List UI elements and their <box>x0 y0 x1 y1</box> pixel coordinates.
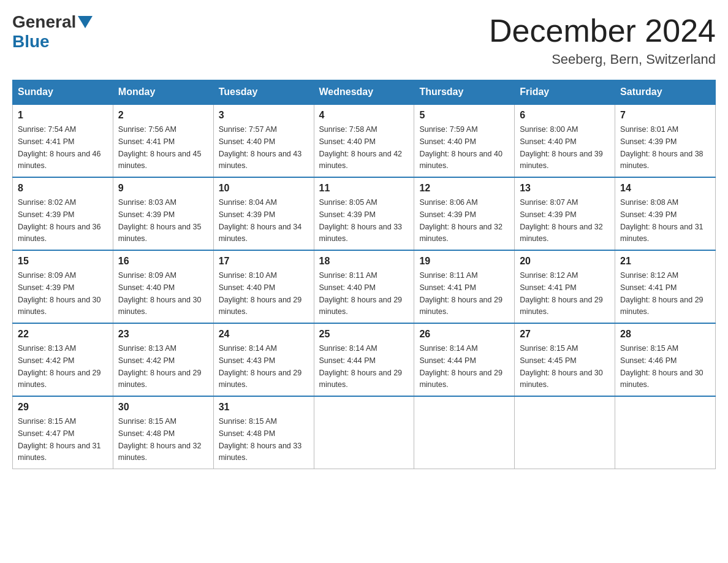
day-info: Sunrise: 8:00 AMSunset: 4:40 PMDaylight:… <box>520 125 603 170</box>
day-number: 20 <box>520 256 610 267</box>
location-subtitle: Seeberg, Bern, Switzerland <box>489 52 716 67</box>
day-info: Sunrise: 8:04 AMSunset: 4:39 PMDaylight:… <box>219 198 302 243</box>
logo: General Blue <box>12 12 94 52</box>
title-block: December 2024 Seeberg, Bern, Switzerland <box>489 12 716 67</box>
day-number: 2 <box>118 110 208 121</box>
day-info: Sunrise: 8:10 AMSunset: 4:40 PMDaylight:… <box>219 271 302 316</box>
calendar-day-cell: 26 Sunrise: 8:14 AMSunset: 4:44 PMDaylig… <box>414 323 515 396</box>
calendar-day-cell: 4 Sunrise: 7:58 AMSunset: 4:40 PMDayligh… <box>314 104 414 177</box>
calendar-day-cell: 23 Sunrise: 8:13 AMSunset: 4:42 PMDaylig… <box>113 323 213 396</box>
calendar-day-cell: 13 Sunrise: 8:07 AMSunset: 4:39 PMDaylig… <box>515 177 615 250</box>
day-number: 28 <box>620 329 710 340</box>
calendar-day-cell: 9 Sunrise: 8:03 AMSunset: 4:39 PMDayligh… <box>113 177 213 250</box>
day-info: Sunrise: 8:07 AMSunset: 4:39 PMDaylight:… <box>520 198 603 243</box>
day-info: Sunrise: 8:14 AMSunset: 4:43 PMDaylight:… <box>219 344 302 389</box>
calendar-day-cell: 8 Sunrise: 8:02 AMSunset: 4:39 PMDayligh… <box>13 177 113 250</box>
day-number: 6 <box>520 110 610 121</box>
calendar-day-cell: 7 Sunrise: 8:01 AMSunset: 4:39 PMDayligh… <box>615 104 716 177</box>
day-number: 9 <box>118 183 208 194</box>
day-number: 5 <box>419 110 509 121</box>
calendar-day-cell: 27 Sunrise: 8:15 AMSunset: 4:45 PMDaylig… <box>515 323 615 396</box>
day-number: 4 <box>319 110 409 121</box>
calendar-day-cell: 6 Sunrise: 8:00 AMSunset: 4:40 PMDayligh… <box>515 104 615 177</box>
page-header: General Blue December 2024 Seeberg, Bern… <box>12 12 716 67</box>
calendar-day-cell: 15 Sunrise: 8:09 AMSunset: 4:39 PMDaylig… <box>13 250 113 323</box>
calendar-day-cell: 29 Sunrise: 8:15 AMSunset: 4:47 PMDaylig… <box>13 396 113 469</box>
day-info: Sunrise: 8:15 AMSunset: 4:45 PMDaylight:… <box>520 344 603 389</box>
col-saturday: Saturday <box>615 80 716 105</box>
calendar-table: Sunday Monday Tuesday Wednesday Thursday… <box>12 80 716 469</box>
calendar-day-cell: 17 Sunrise: 8:10 AMSunset: 4:40 PMDaylig… <box>213 250 314 323</box>
day-info: Sunrise: 8:11 AMSunset: 4:41 PMDaylight:… <box>419 271 502 316</box>
day-number: 30 <box>118 402 208 413</box>
day-number: 14 <box>620 183 710 194</box>
col-friday: Friday <box>515 80 615 105</box>
calendar-day-cell: 21 Sunrise: 8:12 AMSunset: 4:41 PMDaylig… <box>615 250 716 323</box>
day-number: 24 <box>219 329 309 340</box>
day-number: 27 <box>520 329 610 340</box>
logo-triangle-icon <box>78 16 93 28</box>
calendar-day-cell: 14 Sunrise: 8:08 AMSunset: 4:39 PMDaylig… <box>615 177 716 250</box>
calendar-day-cell: 10 Sunrise: 8:04 AMSunset: 4:39 PMDaylig… <box>213 177 314 250</box>
col-monday: Monday <box>113 80 213 105</box>
logo-general-text: General <box>12 12 76 32</box>
day-number: 11 <box>319 183 409 194</box>
calendar-day-cell: 1 Sunrise: 7:54 AMSunset: 4:41 PMDayligh… <box>13 104 113 177</box>
day-number: 22 <box>18 329 108 340</box>
calendar-day-cell: 25 Sunrise: 8:14 AMSunset: 4:44 PMDaylig… <box>314 323 414 396</box>
day-number: 16 <box>118 256 208 267</box>
calendar-day-cell: 5 Sunrise: 7:59 AMSunset: 4:40 PMDayligh… <box>414 104 515 177</box>
calendar-day-cell: 18 Sunrise: 8:11 AMSunset: 4:40 PMDaylig… <box>314 250 414 323</box>
week-row-5: 29 Sunrise: 8:15 AMSunset: 4:47 PMDaylig… <box>13 396 716 469</box>
day-number: 1 <box>18 110 108 121</box>
calendar-day-cell <box>414 396 515 469</box>
day-info: Sunrise: 8:12 AMSunset: 4:41 PMDaylight:… <box>620 271 703 316</box>
day-info: Sunrise: 7:59 AMSunset: 4:40 PMDaylight:… <box>419 125 502 170</box>
calendar-day-cell: 30 Sunrise: 8:15 AMSunset: 4:48 PMDaylig… <box>113 396 213 469</box>
col-sunday: Sunday <box>13 80 113 105</box>
calendar-day-cell: 11 Sunrise: 8:05 AMSunset: 4:39 PMDaylig… <box>314 177 414 250</box>
calendar-day-cell: 16 Sunrise: 8:09 AMSunset: 4:40 PMDaylig… <box>113 250 213 323</box>
day-number: 25 <box>319 329 409 340</box>
calendar-day-cell: 22 Sunrise: 8:13 AMSunset: 4:42 PMDaylig… <box>13 323 113 396</box>
day-info: Sunrise: 8:08 AMSunset: 4:39 PMDaylight:… <box>620 198 703 243</box>
day-number: 7 <box>620 110 710 121</box>
day-number: 12 <box>419 183 509 194</box>
calendar-day-cell: 24 Sunrise: 8:14 AMSunset: 4:43 PMDaylig… <box>213 323 314 396</box>
week-row-1: 1 Sunrise: 7:54 AMSunset: 4:41 PMDayligh… <box>13 104 716 177</box>
day-number: 10 <box>219 183 309 194</box>
calendar-day-cell <box>515 396 615 469</box>
calendar-day-cell: 28 Sunrise: 8:15 AMSunset: 4:46 PMDaylig… <box>615 323 716 396</box>
calendar-day-cell: 2 Sunrise: 7:56 AMSunset: 4:41 PMDayligh… <box>113 104 213 177</box>
day-info: Sunrise: 8:09 AMSunset: 4:39 PMDaylight:… <box>18 271 101 316</box>
day-info: Sunrise: 8:03 AMSunset: 4:39 PMDaylight:… <box>118 198 202 243</box>
day-number: 8 <box>18 183 108 194</box>
day-info: Sunrise: 8:02 AMSunset: 4:39 PMDaylight:… <box>18 198 101 243</box>
calendar-day-cell: 3 Sunrise: 7:57 AMSunset: 4:40 PMDayligh… <box>213 104 314 177</box>
day-info: Sunrise: 8:11 AMSunset: 4:40 PMDaylight:… <box>319 271 403 316</box>
col-wednesday: Wednesday <box>314 80 414 105</box>
day-number: 13 <box>520 183 610 194</box>
day-info: Sunrise: 8:13 AMSunset: 4:42 PMDaylight:… <box>118 344 202 389</box>
logo-blue-text: Blue <box>12 32 50 52</box>
calendar-day-cell: 20 Sunrise: 8:12 AMSunset: 4:41 PMDaylig… <box>515 250 615 323</box>
day-info: Sunrise: 7:58 AMSunset: 4:40 PMDaylight:… <box>319 125 403 170</box>
day-info: Sunrise: 8:12 AMSunset: 4:41 PMDaylight:… <box>520 271 603 316</box>
day-info: Sunrise: 8:15 AMSunset: 4:48 PMDaylight:… <box>219 417 302 462</box>
day-info: Sunrise: 7:57 AMSunset: 4:40 PMDaylight:… <box>219 125 302 170</box>
week-row-3: 15 Sunrise: 8:09 AMSunset: 4:39 PMDaylig… <box>13 250 716 323</box>
day-info: Sunrise: 7:56 AMSunset: 4:41 PMDaylight:… <box>118 125 202 170</box>
calendar-day-cell: 19 Sunrise: 8:11 AMSunset: 4:41 PMDaylig… <box>414 250 515 323</box>
day-number: 23 <box>118 329 208 340</box>
day-number: 31 <box>219 402 309 413</box>
day-info: Sunrise: 8:15 AMSunset: 4:46 PMDaylight:… <box>620 344 703 389</box>
calendar-day-cell: 12 Sunrise: 8:06 AMSunset: 4:39 PMDaylig… <box>414 177 515 250</box>
day-number: 21 <box>620 256 710 267</box>
day-info: Sunrise: 8:01 AMSunset: 4:39 PMDaylight:… <box>620 125 703 170</box>
calendar-day-cell: 31 Sunrise: 8:15 AMSunset: 4:48 PMDaylig… <box>213 396 314 469</box>
day-number: 15 <box>18 256 108 267</box>
month-title: December 2024 <box>489 12 716 49</box>
day-info: Sunrise: 8:15 AMSunset: 4:48 PMDaylight:… <box>118 417 202 462</box>
day-number: 3 <box>219 110 309 121</box>
day-info: Sunrise: 8:09 AMSunset: 4:40 PMDaylight:… <box>118 271 202 316</box>
